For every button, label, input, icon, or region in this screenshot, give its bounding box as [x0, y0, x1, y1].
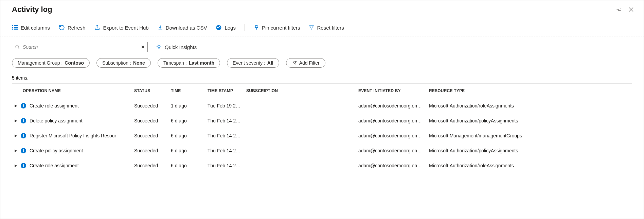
- table-body: ▶iCreate role assignmentSucceeded1 d ago…: [12, 98, 632, 173]
- cell-timestamp: Thu Feb 14 2…: [208, 163, 246, 168]
- add-filter-label: Add Filter: [299, 60, 320, 66]
- header-actions: [616, 6, 634, 13]
- cell-status: Succeeded: [134, 118, 171, 123]
- cell-status: Succeeded: [134, 148, 171, 153]
- expand-icon[interactable]: ▶: [15, 104, 17, 107]
- cell-time: 6 d ago: [171, 163, 208, 168]
- activity-table: Operation name Status Time Time stamp Su…: [0, 83, 644, 176]
- logs-label: Logs: [225, 25, 236, 31]
- pin-icon[interactable]: [616, 6, 622, 13]
- export-event-hub-button[interactable]: Export to Event Hub: [94, 24, 148, 31]
- search-row: ✕ Quick Insights: [0, 36, 644, 52]
- col-status[interactable]: Status: [134, 88, 171, 93]
- operation-cell: ▶iCreate role assignment: [12, 163, 134, 168]
- cell-initiated: adam@contosodemoorg.on…: [358, 163, 429, 168]
- expand-icon[interactable]: ▶: [15, 149, 17, 152]
- expand-icon[interactable]: ▶: [15, 119, 17, 122]
- funnel-icon: [309, 24, 314, 31]
- pin-filters-icon: [254, 24, 259, 31]
- svg-rect-5: [14, 29, 18, 30]
- filter-subscription[interactable]: Subscription : None: [96, 58, 151, 68]
- download-csv-button[interactable]: Download as CSV: [158, 24, 207, 31]
- add-filter-icon: [292, 61, 297, 65]
- export-label: Export to Event Hub: [103, 25, 148, 31]
- svg-rect-2: [12, 29, 13, 30]
- columns-icon: [12, 25, 18, 30]
- refresh-label: Refresh: [68, 25, 86, 31]
- table-header: Operation name Status Time Time stamp Su…: [12, 83, 632, 98]
- add-filter-button[interactable]: Add Filter: [286, 58, 325, 68]
- cell-resource_type: Microsoft.Authorization/roleAssignments: [429, 103, 558, 108]
- table-row[interactable]: ▶iRegister Microsoft Policy Insights Res…: [12, 128, 632, 143]
- cell-time: 1 d ago: [171, 103, 208, 108]
- table-row[interactable]: ▶iCreate role assignmentSucceeded6 d ago…: [12, 158, 632, 173]
- svg-rect-1: [12, 27, 13, 28]
- filter-value: All: [267, 60, 273, 66]
- cell-resource_type: Microsoft.Authorization/roleAssignments: [429, 163, 558, 168]
- page-title: Activity log: [12, 5, 52, 14]
- logs-button[interactable]: Logs: [216, 24, 236, 31]
- col-initiated[interactable]: Event initiated by: [358, 88, 429, 93]
- search-box[interactable]: ✕: [12, 42, 148, 52]
- filter-value: None: [133, 60, 145, 66]
- cell-initiated: adam@contosodemoorg.on…: [358, 133, 429, 138]
- cell-status: Succeeded: [134, 133, 171, 138]
- info-icon: i: [21, 163, 26, 168]
- filter-pills: Management Group : Contoso Subscription …: [0, 52, 644, 68]
- filter-label: Management Group :: [18, 60, 62, 66]
- filter-timespan[interactable]: Timespan : Last month: [158, 58, 220, 68]
- reset-filters-button[interactable]: Reset filters: [309, 24, 344, 31]
- close-icon[interactable]: [628, 6, 634, 13]
- download-icon: [158, 24, 163, 31]
- pin-filters-label: Pin current filters: [262, 25, 300, 31]
- expand-icon[interactable]: ▶: [15, 134, 17, 137]
- cell-resource_type: Microsoft.Authorization/policyAssignment…: [429, 118, 558, 123]
- table-row[interactable]: ▶iCreate policy assignmentSucceeded6 d a…: [12, 143, 632, 158]
- lightbulb-icon: [156, 44, 162, 50]
- operation-cell: ▶iRegister Microsoft Policy Insights Res…: [12, 133, 134, 138]
- search-input[interactable]: [23, 44, 138, 50]
- table-row[interactable]: ▶iDelete policy assignmentSucceeded6 d a…: [12, 113, 632, 128]
- download-csv-label: Download as CSV: [166, 25, 207, 31]
- svg-rect-3: [14, 25, 18, 26]
- cell-initiated: adam@contosodemoorg.on…: [358, 103, 429, 108]
- clear-search-icon[interactable]: ✕: [141, 45, 145, 50]
- cell-timestamp: Tue Feb 19 2…: [208, 103, 246, 108]
- cell-resource_type: Microsoft.Management/managementGroups: [429, 133, 558, 138]
- blade-header: Activity log: [0, 0, 644, 19]
- operation-name: Delete policy assignment: [30, 118, 83, 123]
- cell-resource_type: Microsoft.Authorization/policyAssignment…: [429, 148, 558, 153]
- item-count: 5 items.: [0, 68, 644, 83]
- svg-point-7: [16, 45, 19, 48]
- info-icon: i: [21, 118, 26, 123]
- operation-name: Create policy assignment: [30, 148, 83, 153]
- cell-status: Succeeded: [134, 163, 171, 168]
- filter-label: Timespan :: [163, 60, 187, 66]
- svg-rect-4: [14, 27, 18, 28]
- col-resource-type[interactable]: Resource type: [429, 88, 558, 93]
- edit-columns-button[interactable]: Edit columns: [12, 25, 50, 31]
- expand-icon[interactable]: ▶: [15, 164, 17, 167]
- edit-columns-label: Edit columns: [21, 25, 50, 31]
- pin-filters-button[interactable]: Pin current filters: [254, 24, 300, 31]
- quick-insights-button[interactable]: Quick Insights: [156, 44, 197, 50]
- col-timestamp[interactable]: Time stamp: [208, 88, 246, 93]
- cell-timestamp: Thu Feb 14 2…: [208, 148, 246, 153]
- toolbar-divider: [245, 24, 245, 31]
- logs-icon: [216, 24, 222, 31]
- info-icon: i: [21, 103, 26, 108]
- quick-insights-label: Quick Insights: [165, 44, 197, 50]
- refresh-button[interactable]: Refresh: [59, 24, 86, 31]
- col-operation[interactable]: Operation name: [12, 88, 134, 93]
- operation-name: Create role assignment: [30, 163, 79, 168]
- command-bar: Edit columns Refresh Export to Event Hub…: [0, 19, 644, 36]
- col-time[interactable]: Time: [171, 88, 208, 93]
- refresh-icon: [59, 24, 65, 31]
- export-icon: [94, 24, 100, 31]
- col-subscription[interactable]: Subscription: [246, 88, 358, 93]
- filter-event-severity[interactable]: Event severity : All: [227, 58, 279, 68]
- info-icon: i: [21, 133, 26, 138]
- filter-management-group[interactable]: Management Group : Contoso: [12, 58, 90, 68]
- operation-cell: ▶iDelete policy assignment: [12, 118, 134, 123]
- table-row[interactable]: ▶iCreate role assignmentSucceeded1 d ago…: [12, 98, 632, 113]
